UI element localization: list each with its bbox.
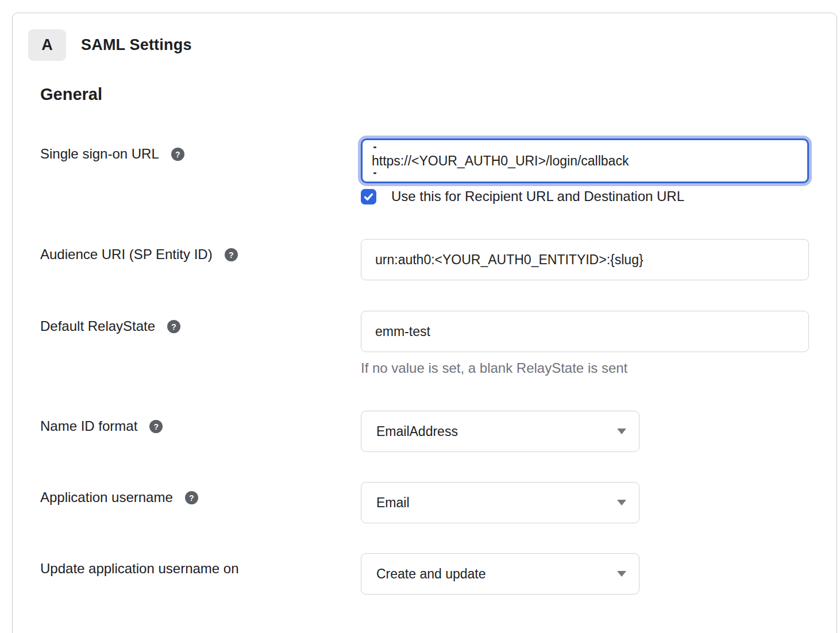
row-single-sign-on-url: Single sign-on URL ? Use this for Recipi… <box>40 138 837 204</box>
dropdown-arrow-icon <box>617 500 626 505</box>
row-application-username: Application username ? Email <box>40 482 837 523</box>
relaystate-helper-text: If no value is set, a blank RelayState i… <box>361 360 837 376</box>
update-application-username-select[interactable]: Create and update <box>361 553 639 595</box>
application-username-value: Email <box>376 495 410 511</box>
default-relaystate-input[interactable] <box>361 311 809 352</box>
application-username-select[interactable]: Email <box>361 482 639 523</box>
row-audience-uri: Audience URI (SP Entity ID) ? <box>40 239 837 280</box>
audience-uri-input[interactable] <box>361 239 809 280</box>
recipient-url-checkbox-row: Use this for Recipient URL and Destinati… <box>361 188 837 204</box>
audience-uri-label: Audience URI (SP Entity ID) <box>40 246 213 263</box>
help-icon[interactable]: ? <box>185 491 198 504</box>
recipient-url-checkbox[interactable] <box>361 189 376 204</box>
dropdown-arrow-icon <box>617 571 626 577</box>
application-username-label: Application username <box>40 489 173 506</box>
help-icon[interactable]: ? <box>167 320 180 333</box>
update-application-username-value: Create and update <box>376 566 486 582</box>
name-id-format-value: EmailAddress <box>376 424 458 439</box>
row-default-relaystate: Default RelayState ? If no value is set,… <box>40 311 837 376</box>
single-sign-on-url-input[interactable] <box>361 138 809 183</box>
help-icon[interactable]: ? <box>149 420 163 433</box>
row-name-id-format: Name ID format ? EmailAddress <box>40 411 837 452</box>
saml-general-form: Single sign-on URL ? Use this for Recipi… <box>40 138 837 595</box>
name-id-format-label: Name ID format <box>40 418 137 435</box>
recipient-url-checkbox-label: Use this for Recipient URL and Destinati… <box>391 188 684 204</box>
saml-settings-card: A SAML Settings General Single sign-on U… <box>12 13 837 633</box>
card-title: SAML Settings <box>81 36 192 54</box>
row-update-application-username: Update application username on Create an… <box>40 553 837 595</box>
update-application-username-label: Update application username on <box>40 560 239 577</box>
section-badge: A <box>28 29 66 61</box>
help-icon[interactable]: ? <box>225 248 238 261</box>
default-relaystate-label: Default RelayState <box>40 318 155 335</box>
dropdown-arrow-icon <box>617 429 626 434</box>
single-sign-on-url-label: Single sign-on URL <box>40 145 159 163</box>
card-header: A SAML Settings <box>28 29 837 61</box>
help-icon[interactable]: ? <box>171 148 184 161</box>
check-icon <box>363 191 374 202</box>
section-title-general: General <box>40 85 837 104</box>
name-id-format-select[interactable]: EmailAddress <box>361 411 639 452</box>
